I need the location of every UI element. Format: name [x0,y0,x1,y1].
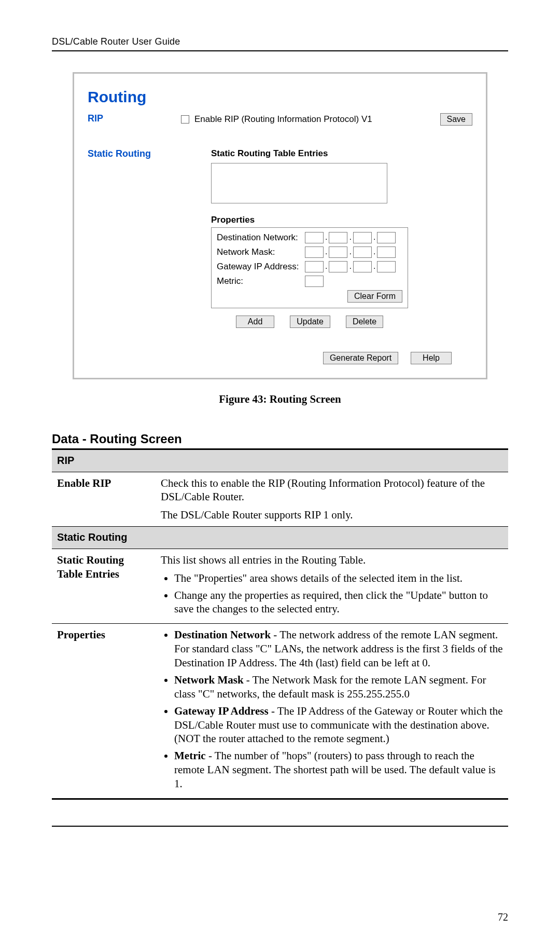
figure-caption: Figure 43: Routing Screen [52,393,508,406]
router-screenshot-frame: Routing RIP Enable RIP (Routing Informat… [73,72,487,379]
enable-rip-checkbox[interactable] [181,115,189,124]
page-number: 72 [498,911,508,923]
data-routing-table: RIP Enable RIP Check this to enable the … [52,448,508,800]
doc-header-title: DSL/Cable Router User Guide [52,36,508,47]
network-mask-input[interactable]: . . . [305,247,396,258]
section-heading: Data - Routing Screen [52,432,508,446]
add-button[interactable]: Add [236,316,274,328]
header-rule [52,50,508,51]
properties-row-desc: Destination Network - The network addres… [156,624,508,799]
routing-entries-listbox[interactable] [211,163,387,203]
metric-input[interactable] [305,276,324,287]
enable-rip-row-label: Enable RIP [52,472,156,527]
delete-button[interactable]: Delete [346,316,383,328]
table-entries-heading: Static Routing Table Entries [211,148,472,159]
properties-row-label: Properties [52,624,156,799]
network-mask-label: Network Mask: [217,247,305,257]
gateway-ip-input[interactable]: . . . [305,261,396,272]
table-entries-row-label: Static Routing Table Entries [52,549,156,624]
table-entries-row-desc: This list shows all entries in the Routi… [156,549,508,624]
routing-title: Routing [88,88,472,106]
metric-label: Metric: [217,276,305,286]
gateway-ip-label: Gateway IP Address: [217,262,305,272]
rip-section-label: RIP [88,113,181,124]
rip-subheader: RIP [52,449,508,472]
enable-rip-row-desc: Check this to enable the RIP (Routing In… [156,472,508,527]
enable-rip-label: Enable RIP (Routing Information Protocol… [194,114,372,125]
clear-form-button[interactable]: Clear Form [347,290,402,303]
help-button[interactable]: Help [411,352,452,364]
static-routing-subheader: Static Routing [52,527,508,549]
update-button[interactable]: Update [290,316,330,328]
dest-network-input[interactable]: . . . [305,232,396,243]
static-routing-section-label: Static Routing [88,148,181,159]
properties-heading: Properties [211,215,472,225]
save-button[interactable]: Save [440,113,472,126]
generate-report-button[interactable]: Generate Report [323,352,398,364]
properties-box: Destination Network: . . . Network Mask:… [211,227,408,308]
dest-network-label: Destination Network: [217,232,305,243]
footer-rule [52,826,508,827]
